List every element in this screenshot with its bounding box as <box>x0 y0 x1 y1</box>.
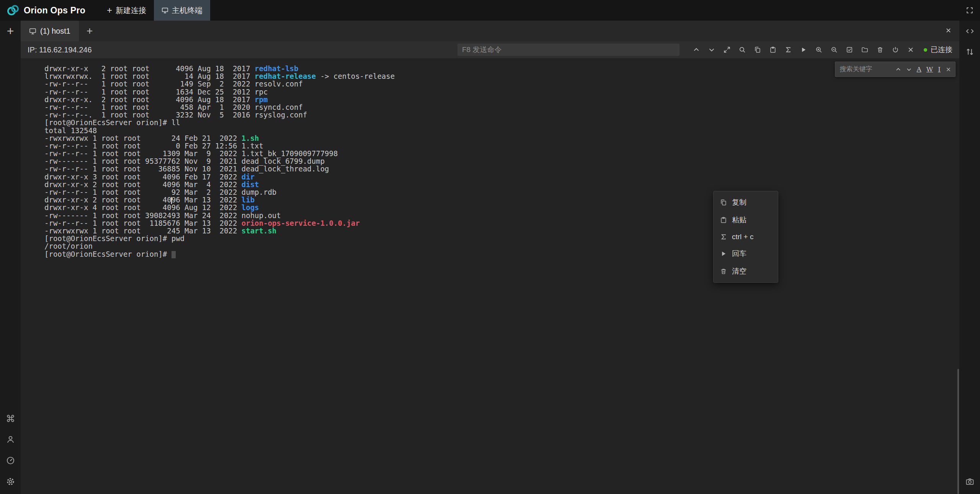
tab-host1[interactable]: (1) host1 <box>21 21 79 41</box>
left-rail: + <box>0 21 21 494</box>
sort-icon <box>965 47 974 56</box>
terminal-text: dist <box>242 180 259 189</box>
tab-label: (1) host1 <box>40 27 70 36</box>
top-header: Orion Ops Pro + 新建连接 主机终端 <box>0 0 980 21</box>
terminal-text: redhat-release <box>255 72 316 80</box>
sort-button[interactable] <box>959 41 980 62</box>
terminal-line: drwxr-xr-x 3 root root 4096 Feb 17 2022 … <box>44 173 395 181</box>
terminal-text: drwxr-xr-x 2 root root 4096 Mar 4 2022 <box>44 180 242 189</box>
terminal-line: -rw-r--r-- 1 root root 1309 Mar 9 2022 1… <box>44 150 395 157</box>
right-rail <box>959 21 980 494</box>
terminal-text: -rw------- 1 root root 39082493 Mar 24 2… <box>44 211 281 220</box>
command-button[interactable] <box>0 410 21 427</box>
search-button[interactable] <box>735 42 750 57</box>
terminal-line: -rw------- 1 root root 95377762 Nov 9 20… <box>44 157 395 165</box>
terminal-text: -rw-r--r-- 1 root root 1185676 Mar 13 20… <box>44 219 242 227</box>
terminal-line: drwxr-xr-x 4 root root 4096 Aug 12 2022 … <box>44 204 395 211</box>
connection-status: 已连接 <box>924 45 952 55</box>
close-tab-button[interactable] <box>945 27 952 35</box>
new-tab-button[interactable]: + <box>87 26 93 36</box>
terminal-line: [root@OrionEcsServer orion]# pwd <box>44 235 395 242</box>
play-icon <box>720 250 727 257</box>
app-logo-icon <box>6 3 20 17</box>
checkbox-button[interactable] <box>842 42 857 57</box>
terminal-line: -rw-r--r-- 1 root root 0 Feb 27 12:56 1.… <box>44 142 395 150</box>
terminal-text: -rw-r--r-- 1 root root 458 Apr 1 2020 rs… <box>44 103 303 111</box>
search-prev-icon[interactable] <box>895 67 901 72</box>
new-session-button[interactable]: + <box>0 21 21 41</box>
user-button[interactable] <box>0 431 21 448</box>
host-terminal-nav[interactable]: 主机终端 <box>154 0 210 21</box>
window-fullscreen-button[interactable] <box>959 0 980 21</box>
terminal-line: -rw-r--r-- 1 root root 1634 Dec 25 2012 … <box>44 88 395 96</box>
terminal-text: total 132548 <box>44 126 97 135</box>
terminal-text: dir <box>242 173 255 181</box>
close-button[interactable] <box>903 42 918 57</box>
trash-icon <box>720 268 727 275</box>
sigma-icon <box>785 46 792 53</box>
terminal-icon <box>162 7 168 14</box>
terminal-text: drwxr-xr-x. 2 root root 4096 Aug 18 2017 <box>44 95 255 104</box>
dashboard-button[interactable] <box>0 452 21 469</box>
terminal-text: drwxr-xr-x 2 root root 40 <box>44 196 172 204</box>
search-options: AWI <box>917 65 941 73</box>
terminal-text: drwxr-xr-x 4 root root 4096 Aug 12 2022 <box>44 203 242 212</box>
close-icon <box>907 46 914 53</box>
terminal-text: -rw-r--r-- 1 root root 92 Mar 2 2022 dum… <box>44 188 276 196</box>
context-menu-label: ctrl + c <box>732 233 753 241</box>
zoom-in-button[interactable] <box>811 42 826 57</box>
context-menu-item[interactable]: 清空 <box>714 262 778 280</box>
search-close-icon[interactable] <box>946 67 951 72</box>
expand-icon <box>724 46 730 53</box>
search-input[interactable] <box>839 64 890 75</box>
context-menu-item[interactable]: 粘贴 <box>714 211 778 229</box>
search-option-w[interactable]: W <box>926 65 933 73</box>
terminal-text: drwxr-xr-x 2 root root 4096 Aug 18 2017 <box>44 64 255 73</box>
terminal-line: total 132548 <box>44 127 395 134</box>
copy-button[interactable] <box>750 42 765 57</box>
context-menu-item[interactable]: 复制 <box>714 194 778 211</box>
context-menu-item[interactable]: 回车 <box>714 245 778 262</box>
power-button[interactable] <box>888 42 903 57</box>
terminal-text: lib <box>242 196 255 204</box>
terminal-text: 1.sh <box>242 134 259 142</box>
search-option-a[interactable]: A <box>917 65 921 73</box>
zoom-out-button[interactable] <box>826 42 842 57</box>
terminal-text: -rwxrwxrwx 1 root root 245 Mar 13 2022 <box>44 227 242 235</box>
right-rail-top <box>959 21 980 62</box>
center-panel: (1) host1 + IP: 116.62.194.246 已连接 drwxr… <box>21 21 959 494</box>
folder-button[interactable] <box>857 42 872 57</box>
sigma-button[interactable] <box>781 42 796 57</box>
gear-button[interactable] <box>0 473 21 490</box>
terminal-text: lrwxrwxrwx. 1 root root 14 Aug 18 2017 <box>44 72 255 80</box>
terminal-text: -rw-r--r--. 1 root root 3232 Nov 5 2016 … <box>44 111 307 119</box>
zoom-in-icon <box>815 46 822 53</box>
context-menu-item[interactable]: ctrl + c <box>714 229 778 245</box>
camera-button[interactable] <box>959 473 980 490</box>
new-connection-nav[interactable]: + 新建连接 <box>99 0 154 21</box>
search-option-i[interactable]: I <box>938 65 941 73</box>
main-row: + (1) host1 + IP: 116.62.194.246 <box>0 21 980 494</box>
search-icon <box>739 46 746 53</box>
terminal-area[interactable]: drwxr-xr-x 2 root root 4096 Aug 18 2017 … <box>21 59 959 494</box>
terminal-text: -rw-r--r-- 1 root root 1634 Dec 25 2012 … <box>44 88 268 96</box>
terminal-text: logs <box>242 203 259 212</box>
terminal-text: -rw------- 1 root root 95377762 Nov 9 20… <box>44 157 325 165</box>
chevron-down-button[interactable] <box>704 42 719 57</box>
code-button[interactable] <box>959 21 980 41</box>
expand-button[interactable] <box>719 42 735 57</box>
search-next-icon[interactable] <box>906 67 912 72</box>
terminal-line: -rw-r--r-- 1 root root 458 Apr 1 2020 rs… <box>44 103 395 111</box>
send-command-input[interactable] <box>457 44 679 56</box>
tab-strip: (1) host1 + <box>21 21 959 41</box>
terminal-text: orion-ops-service-1.0.0.jar <box>242 219 360 227</box>
left-rail-bottom <box>0 410 21 494</box>
terminal-line: -rw-r--r--. 1 root root 3232 Nov 5 2016 … <box>44 111 395 119</box>
play-button[interactable] <box>796 42 811 57</box>
chevron-up-button[interactable] <box>689 42 704 57</box>
terminal-scrollbar[interactable] <box>957 369 959 494</box>
trash-button[interactable] <box>872 42 888 57</box>
ip-address: IP: 116.62.194.246 <box>28 46 92 54</box>
chevron-up-icon <box>693 46 700 53</box>
paste-button[interactable] <box>765 42 781 57</box>
